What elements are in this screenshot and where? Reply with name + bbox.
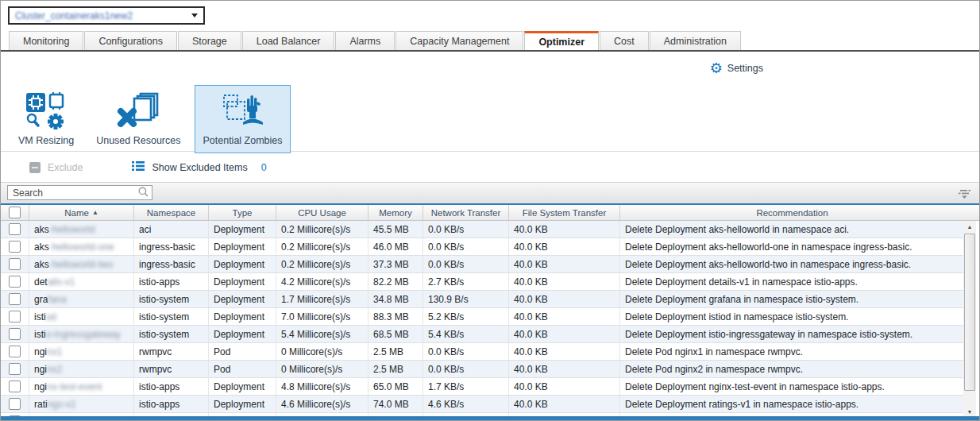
tab-capacity-management[interactable]: Capacity Management [395, 31, 523, 50]
table-row[interactable]: istio-ingressgateway istio-system Deploy… [1, 326, 964, 343]
table-row[interactable]: istiod istio-system Deployment 7.0 Milli… [1, 308, 964, 326]
row-checkbox[interactable] [9, 258, 21, 270]
redacted-name-text: ngs-v1 [48, 399, 76, 410]
show-excluded-items-button[interactable]: Show Excluded Items 0 [132, 160, 266, 174]
bottom-accent-bar [1, 416, 979, 420]
cell-file-system-transfer: 40.0 KB [509, 396, 620, 412]
potential-zombies-button[interactable]: Potential Zombies [195, 85, 290, 153]
row-checkbox[interactable] [9, 241, 21, 253]
cell-file-system-transfer: 40.0 KB [509, 291, 620, 307]
tab-bar: Monitoring Configurations Storage Load B… [1, 31, 979, 52]
row-checkbox[interactable] [9, 346, 21, 357]
vm-resizing-button[interactable]: VM Resizing [10, 85, 82, 153]
unused-resources-icon [116, 91, 160, 131]
tab-configurations[interactable]: Configurations [84, 31, 177, 50]
column-header-cpu-usage[interactable]: CPU Usage [276, 205, 368, 220]
cell-type: Deployment [209, 221, 276, 238]
tab-alarms[interactable]: Alarms [335, 31, 395, 50]
column-header-file-system-transfer[interactable]: File System Transfer [509, 205, 620, 220]
row-checkbox[interactable] [9, 380, 21, 392]
redacted-name-text: -helloworld [49, 224, 95, 235]
cell-name: aks-helloworld-two [29, 256, 134, 272]
row-checkbox[interactable] [9, 293, 21, 305]
unused-resources-button[interactable]: Unused Resources [88, 85, 188, 153]
potential-zombies-icon [222, 91, 264, 131]
redacted-name-text: nx-test-event [47, 381, 102, 392]
redacted-name-text: -helloworld-two [49, 259, 114, 270]
column-header-name[interactable]: Name ▲ [29, 205, 134, 220]
cell-file-system-transfer: 40.0 KB [509, 308, 620, 325]
cell-memory: 34.8 MB [368, 291, 423, 307]
redacted-name-text: -helloworld-one [49, 241, 114, 253]
tab-cost[interactable]: Cost [600, 31, 649, 50]
cell-namespace: istio-apps [134, 273, 209, 290]
table-row[interactable]: nginx2 rwmpvc Pod 0 Millicore(s)/s 2.5 M… [1, 361, 964, 378]
column-header-recommendation[interactable]: Recommendation [620, 205, 964, 220]
cell-cpu-usage: 0.2 Millicore(s)/s [276, 238, 368, 255]
cell-memory: 45.5 MB [368, 221, 423, 238]
row-checkbox[interactable] [9, 398, 21, 410]
cell-network-transfer: 5.4 KB/s [423, 326, 509, 342]
cell-network-transfer: 0.0 KB/s [423, 361, 509, 377]
tab-monitoring[interactable]: Monitoring [9, 31, 83, 50]
table-row[interactable]: aks-helloworld-one ingress-basic Deploym… [1, 238, 964, 256]
select-all-checkbox[interactable] [9, 207, 21, 218]
cell-namespace: istio-apps [134, 396, 209, 412]
cell-file-system-transfer: 40.0 KB [509, 326, 620, 342]
row-checkbox[interactable] [9, 363, 21, 375]
exclude-button[interactable]: Exclude [29, 162, 83, 173]
cell-memory: 74.0 MB [368, 396, 423, 412]
table-row[interactable]: nginx1 rwmpvc Pod 0 Millicore(s)/s 2.5 M… [1, 343, 964, 361]
table-row[interactable]: details-v1 istio-apps Deployment 4.2 Mil… [1, 273, 964, 291]
show-excluded-label: Show Excluded Items [152, 162, 247, 173]
scroll-up-button[interactable]: ▲ [963, 221, 976, 233]
cell-name: istiod [29, 308, 134, 325]
cell-namespace: istio-system [134, 291, 209, 307]
select-all-checkbox-cell [1, 205, 29, 220]
table-customizer-icon[interactable] [959, 188, 970, 203]
cell-type: Deployment [209, 256, 276, 272]
column-header-type[interactable]: Type [209, 205, 276, 220]
cluster-selector-dropdown[interactable]: Cluster_containeraks1new2 [8, 6, 205, 25]
redacted-name-text: o-ingressgateway [46, 329, 121, 340]
tab-load-balancer[interactable]: Load Balancer [242, 31, 335, 50]
table-row[interactable]: ratings-v1 istio-apps Deployment 4.6 Mil… [1, 396, 964, 413]
cell-network-transfer: 0.0 KB/s [423, 256, 509, 272]
table-row[interactable]: aks-helloworld aci Deployment 0.2 Millic… [1, 221, 964, 238]
cell-file-system-transfer: 40.0 KB [509, 378, 620, 395]
row-checkbox[interactable] [9, 328, 21, 340]
tab-administration[interactable]: Administration [650, 31, 741, 50]
cell-name: details-v1 [29, 273, 134, 290]
cell-recommendation: Delete Deployment ratings-v1 in namespac… [620, 396, 964, 412]
tab-storage[interactable]: Storage [178, 31, 241, 50]
settings-button[interactable]: ⚙ Settings [710, 62, 763, 75]
table-row[interactable]: nginx-test-event istio-apps Deployment 4… [1, 378, 964, 396]
cell-file-system-transfer: 40.0 KB [509, 256, 620, 272]
column-header-network-transfer[interactable]: Network Transfer [423, 205, 509, 220]
cell-name: ratings-v1 [29, 396, 134, 412]
cell-type: Deployment [209, 273, 276, 290]
cell-file-system-transfer: 40.0 KB [509, 238, 620, 255]
cell-file-system-transfer: 40.0 KB [509, 343, 620, 360]
vertical-scrollbar[interactable]: ▲ ▼ [963, 221, 976, 418]
cell-cpu-usage: 0 Millicore(s)/s [276, 361, 368, 377]
table-actions-row: Exclude Show Excluded Items 0 [1, 153, 979, 182]
table-body: aks-helloworld aci Deployment 0.2 Millic… [1, 221, 964, 421]
table-row[interactable]: aks-helloworld-two ingress-basic Deploym… [1, 256, 964, 273]
cell-file-system-transfer: 40.0 KB [509, 361, 620, 377]
redacted-name-text: nx2 [47, 364, 62, 375]
cell-name: istio-ingressgateway [29, 326, 134, 342]
cell-memory: 2.5 MB [368, 343, 423, 360]
row-checkbox[interactable] [9, 223, 21, 235]
scrollbar-thumb[interactable] [964, 234, 975, 391]
row-checkbox[interactable] [9, 276, 21, 288]
tab-optimizer[interactable]: Optimizer [524, 31, 599, 50]
column-header-memory[interactable]: Memory [368, 205, 423, 220]
vm-resizing-icon [25, 91, 67, 131]
table-row[interactable]: grafana istio-system Deployment 1.7 Mill… [1, 291, 964, 308]
cell-type: Deployment [209, 308, 276, 325]
search-input[interactable] [11, 187, 138, 199]
cell-memory: 37.3 MB [368, 256, 423, 272]
column-header-namespace[interactable]: Namespace [134, 205, 209, 220]
row-checkbox[interactable] [9, 311, 21, 323]
